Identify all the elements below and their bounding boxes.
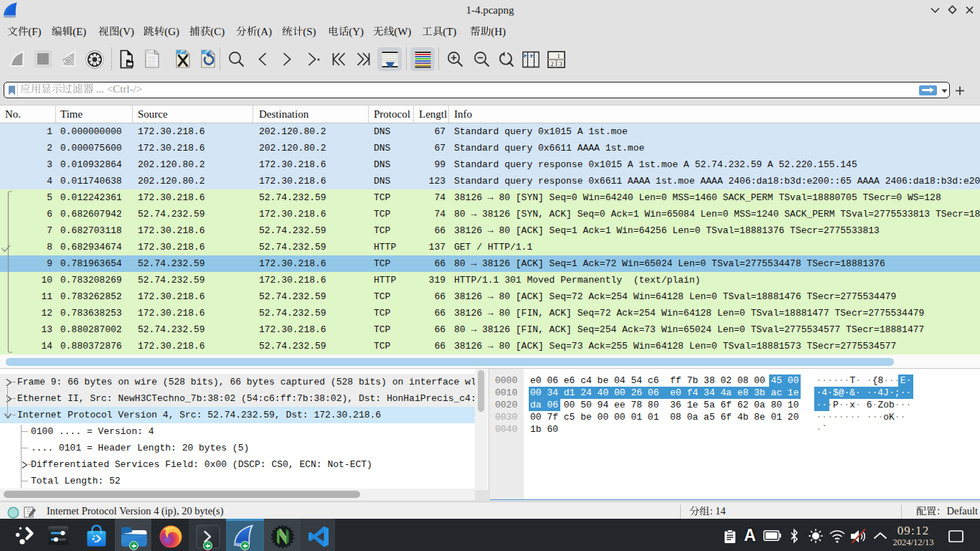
svg-text:0111: 0111 (148, 63, 156, 67)
svg-text:3: 3 (560, 60, 562, 67)
svg-text:1: 1 (557, 52, 560, 60)
svg-text:2: 2 (551, 60, 554, 67)
